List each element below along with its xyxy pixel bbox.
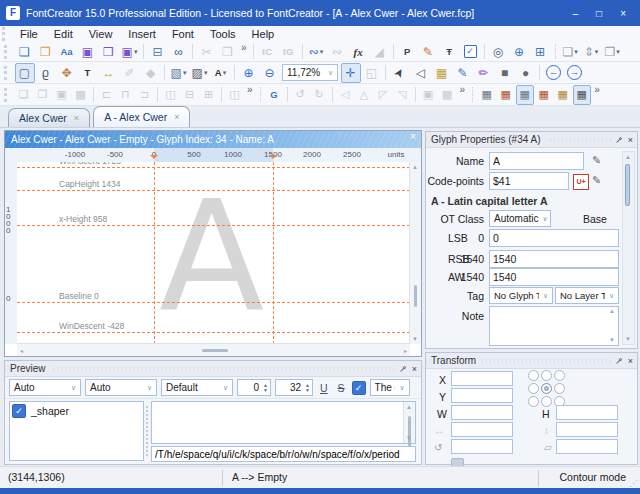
knife-tool-button[interactable]: ✐ [120, 63, 140, 83]
maximize-button[interactable]: □ [596, 8, 602, 19]
glyph-options-button[interactable]: A▾ [211, 63, 231, 83]
preview-script-combo[interactable]: Auto∨ [9, 379, 81, 396]
new-font-button[interactable]: ❏ [15, 42, 35, 62]
align-right-button[interactable]: ⊐ [136, 85, 154, 105]
grid-none-button[interactable]: ▦ [478, 85, 496, 105]
transform-y-input[interactable] [451, 388, 513, 403]
insert-image-button[interactable]: ▦ [432, 63, 452, 83]
edit-codepoints-icon[interactable]: ✎ [592, 174, 601, 187]
send-back-button[interactable]: ▩ [72, 85, 90, 105]
contour-select-button[interactable]: ◁ [411, 63, 431, 83]
link-composite-button[interactable]: ∾▾ [306, 42, 326, 62]
scroll-thumb[interactable] [202, 349, 228, 352]
zoom-rect-button[interactable]: ◱ [362, 63, 382, 83]
draw-points-button[interactable]: ✏ [474, 63, 494, 83]
toolbar-grip[interactable] [4, 66, 10, 80]
scroll-down-icon[interactable]: ▼ [412, 336, 418, 342]
rsb-input[interactable] [489, 250, 619, 268]
pin-icon[interactable]: ⊸ [395, 361, 412, 378]
resize-grip-icon[interactable]: ⋰ [629, 478, 638, 488]
open-font-button[interactable]: ❐ [36, 42, 56, 62]
preview-tracking-stepper[interactable]: 0▲▼ [237, 379, 271, 396]
center-glyph-button[interactable]: ◫ [226, 85, 244, 105]
draw-contour-button[interactable]: ✎ [453, 63, 473, 83]
scroll-up-icon[interactable]: ▲ [625, 154, 631, 160]
cut-button[interactable]: ✂ [197, 42, 217, 62]
transform-panel-header[interactable]: Transform ⊸ × [426, 353, 637, 369]
canvas-horizontal-scrollbar[interactable]: ◂ ▸ [17, 343, 410, 356]
unlink-composite-button[interactable]: ∾ [327, 42, 347, 62]
bring-forward-button[interactable]: ❐ [34, 85, 52, 105]
save-all-button[interactable]: ❒ [99, 42, 119, 62]
flip-horizontal-button[interactable]: ◁ [336, 85, 354, 105]
tab-a-alex-cwer[interactable]: A - Alex Cwer× [93, 106, 190, 127]
skew-input[interactable] [556, 439, 618, 454]
flip-vertical-button[interactable]: △ [355, 85, 373, 105]
print-button[interactable]: ⊟ [148, 42, 168, 62]
glyph-tag-combo[interactable]: No Glyph Tag∨ [489, 287, 553, 304]
bring-front-button[interactable]: ❏ [15, 85, 33, 105]
scroll-thumb[interactable] [625, 164, 630, 206]
glyph-window-title-bar[interactable]: Alex Cwer - Alex Cwer - Empty - Glyph In… [5, 131, 421, 148]
dropdown-arrow-icon[interactable]: ▾ [320, 48, 324, 56]
scroll-down-icon[interactable]: ▼ [406, 435, 412, 441]
scroll-thumb[interactable] [414, 285, 417, 307]
nav-back-button[interactable]: ← [544, 63, 564, 83]
note-scroll-up-icon[interactable]: ▲ [609, 308, 615, 314]
grid-rows-button[interactable]: ▦ [516, 85, 534, 105]
zoom-out-button[interactable]: ⊖ [260, 63, 280, 83]
menu-file[interactable]: File [12, 26, 46, 42]
toolbar-grip[interactable] [4, 88, 10, 102]
insert-rectangle-button[interactable]: ■ [495, 63, 515, 83]
intersect-button[interactable]: ▩ [438, 85, 456, 105]
grid-full-button[interactable]: ▦ [573, 85, 591, 105]
note-textarea[interactable] [489, 306, 619, 346]
distribute-v-button[interactable]: ⊟ [181, 85, 199, 105]
preview-scrollbar[interactable]: ▲ ▼ [403, 402, 415, 443]
underline-toggle[interactable]: U [317, 382, 331, 394]
close-icon[interactable]: × [628, 353, 633, 369]
preview-sample-combo[interactable]: The c∨ [370, 379, 410, 396]
glyph-window-close-icon[interactable]: × [410, 131, 416, 142]
strikeout-toggle[interactable]: S [335, 382, 348, 394]
note-scroll-down-icon[interactable]: ▼ [609, 337, 615, 343]
background-image-button[interactable]: ▧▾ [169, 63, 189, 83]
rotate-cw-button[interactable]: ↻ [310, 85, 328, 105]
anchor-point-selector[interactable] [528, 370, 565, 407]
menu-tools[interactable]: Tools [202, 26, 244, 42]
feature-list-item[interactable]: ✓_shaper [12, 404, 141, 418]
dropdown-arrow-icon[interactable]: ▾ [574, 48, 578, 56]
new-page-button[interactable]: ❏▾ [560, 42, 580, 62]
dropdown-arrow-icon[interactable]: ▾ [134, 48, 138, 56]
pan-tool-button[interactable]: ✥ [57, 63, 77, 83]
anchor-radio[interactable] [528, 370, 539, 381]
stretch-height-input[interactable] [556, 422, 618, 437]
canvas-vertical-scrollbar[interactable]: ▲ ▼ [409, 162, 421, 344]
menu-insert[interactable]: Insert [120, 26, 164, 42]
anchor-radio[interactable] [541, 396, 552, 407]
copy-as-g-button[interactable]: tG [278, 42, 298, 62]
aw-input[interactable] [489, 268, 619, 286]
copy-as-c-button[interactable]: tC [257, 42, 277, 62]
hatch-mode-button[interactable]: ▨▾ [190, 63, 210, 83]
anchor-radio[interactable] [541, 370, 552, 381]
preview-direction-combo[interactable]: Default∨ [161, 379, 233, 396]
dropdown-arrow-icon[interactable]: ▾ [616, 48, 620, 56]
lasso-tool-button[interactable]: ϱ [36, 63, 56, 83]
glyph-outline-a[interactable]: A [159, 180, 264, 334]
anchor-radio[interactable] [528, 383, 539, 394]
unicode-picker-icon[interactable]: U+ [573, 174, 589, 190]
glyph-canvas[interactable]: A WinAscent 1723CapHeight 1434x-Height 9… [17, 162, 410, 344]
close-button[interactable]: × [620, 8, 626, 19]
close-icon[interactable]: × [628, 132, 633, 148]
stretch-width-input[interactable] [451, 422, 513, 437]
font-properties-button[interactable]: P [397, 42, 417, 62]
union-button[interactable]: ▣ [419, 85, 437, 105]
codepoints-input[interactable] [489, 172, 569, 190]
pointer-tool-button[interactable]: ➤ [390, 63, 410, 83]
menu-grip[interactable] [2, 27, 8, 41]
toolbar-overflow-icon[interactable]: » [238, 42, 250, 54]
save-button[interactable]: ▣ [78, 42, 98, 62]
skew-vertical-button[interactable]: ◹ [393, 85, 411, 105]
zoom-level-combo[interactable]: 11,72%∨ [282, 64, 338, 81]
